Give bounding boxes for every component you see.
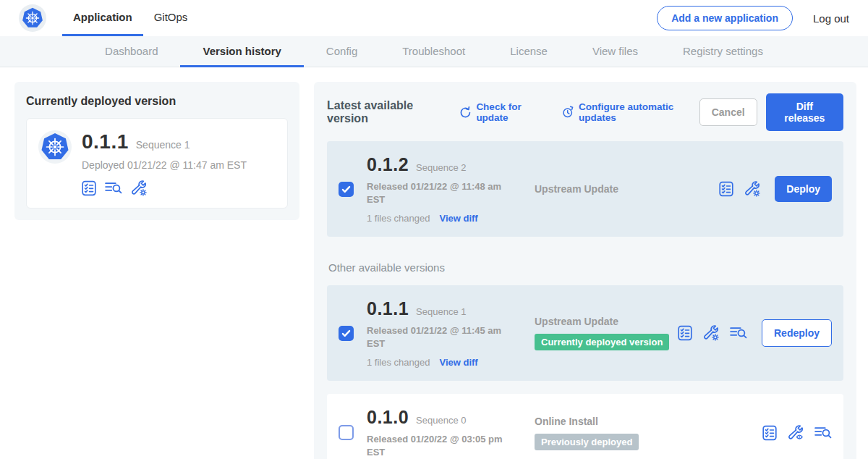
version-number: 0.1.2: [367, 154, 409, 175]
version-source: Upstream Update Currently deployed versi…: [529, 316, 678, 350]
subnav-item-view-files[interactable]: View files: [570, 36, 660, 67]
version-actions: [762, 425, 832, 441]
cancel-button[interactable]: Cancel: [699, 98, 757, 126]
version-row-0-1-0: 0.1.0 Sequence 0 Released 01/20/22 @ 03:…: [327, 394, 843, 459]
sequence-label: Sequence 2: [416, 162, 466, 173]
source-label: Online Install: [535, 416, 762, 427]
view-diff-link[interactable]: View diff: [439, 357, 477, 368]
deploy-logs-icon[interactable]: [105, 181, 122, 195]
version-row-0-1-1: 0.1.1 Sequence 1 Released 01/21/22 @ 11:…: [327, 285, 843, 381]
currently-deployed-badge: Currently deployed version: [535, 334, 669, 350]
deploy-logs-icon[interactable]: [814, 426, 832, 440]
tab-application-label: Application: [73, 11, 132, 23]
wrench-eye-icon[interactable]: [788, 425, 804, 441]
version-number: 0.1.1: [367, 298, 409, 319]
version-source: Online Install Previously deployed: [529, 416, 762, 450]
version-info: 0.1.2 Sequence 2 Released 01/21/22 @ 11:…: [367, 154, 529, 224]
kubernetes-logo-icon: [19, 4, 46, 32]
released-timestamp: Released 01/20/22 @ 03:05 pm EST: [367, 433, 511, 458]
top-nav-tabs: Application GitOps: [62, 0, 198, 36]
clock-update-icon: [561, 106, 574, 119]
sequence-label: Sequence 0: [416, 415, 466, 426]
source-label: Upstream Update: [535, 316, 678, 327]
subnav-item-dashboard[interactable]: Dashboard: [82, 36, 180, 67]
preflight-checklist-icon[interactable]: [719, 181, 733, 197]
redeploy-button[interactable]: Redeploy: [762, 319, 832, 347]
check-for-update-link[interactable]: Check for update: [459, 101, 547, 123]
main-content: Currently deployed version 0.1.1 Sequenc…: [0, 67, 868, 459]
app-kubernetes-logo-icon: [38, 130, 72, 164]
files-changed-label: 1 files changed: [367, 213, 430, 224]
version-checkbox[interactable]: [339, 425, 354, 440]
wrench-gear-icon[interactable]: [131, 180, 147, 196]
logout-button[interactable]: Log out: [813, 12, 849, 25]
files-changed-label: 1 files changed: [367, 357, 430, 368]
subnav-item-license[interactable]: License: [488, 36, 570, 67]
version-checkbox[interactable]: [339, 326, 354, 341]
add-new-application-button[interactable]: Add a new application: [657, 6, 793, 30]
preflight-checklist-icon[interactable]: [678, 325, 692, 341]
subnav-item-version-history[interactable]: Version history: [180, 36, 303, 67]
deployed-version-number: 0.1.1: [82, 130, 129, 153]
deployed-version-info: 0.1.1 Sequence 1 Deployed 01/21/22 @ 11:…: [82, 130, 247, 196]
row-gap: [327, 381, 843, 394]
diff-releases-button[interactable]: Diff releases: [766, 93, 843, 131]
latest-version-header: Latest available version Check for updat…: [327, 93, 843, 131]
subnav-item-config[interactable]: Config: [304, 36, 380, 67]
version-number: 0.1.0: [367, 407, 409, 428]
view-diff-link[interactable]: View diff: [439, 213, 477, 224]
version-checkbox[interactable]: [339, 182, 354, 197]
version-info: 0.1.0 Sequence 0 Released 01/20/22 @ 03:…: [367, 407, 529, 458]
tab-application[interactable]: Application: [62, 0, 143, 36]
preflight-checklist-icon[interactable]: [82, 180, 96, 196]
other-versions-title: Other available versions: [328, 261, 842, 274]
refresh-icon: [459, 106, 472, 119]
top-nav: Application GitOps Add a new application…: [0, 0, 868, 36]
latest-version-title: Latest available version: [327, 99, 445, 125]
version-history-panel: Latest available version Check for updat…: [314, 82, 856, 459]
subnav-item-registry-settings[interactable]: Registry settings: [660, 36, 786, 67]
released-timestamp: Released 01/21/22 @ 11:45 am EST: [367, 324, 511, 350]
deploy-logs-icon[interactable]: [730, 326, 747, 340]
app-sub-nav: Dashboard Version history Config Trouble…: [0, 36, 868, 67]
previously-deployed-badge: Previously deployed: [535, 434, 639, 450]
version-source: Upstream Update: [529, 183, 719, 195]
configure-updates-label: Configure automatic updates: [579, 101, 699, 123]
tab-gitops-label: GitOps: [154, 11, 188, 23]
version-actions: Deploy: [719, 176, 832, 202]
check-for-update-label: Check for update: [476, 101, 547, 123]
tab-gitops[interactable]: GitOps: [143, 0, 199, 36]
version-row-0-1-2: 0.1.2 Sequence 2 Released 01/21/22 @ 11:…: [327, 141, 843, 237]
released-timestamp: Released 01/21/22 @ 11:48 am EST: [367, 180, 511, 206]
deploy-button[interactable]: Deploy: [775, 176, 832, 202]
sequence-label: Sequence 1: [416, 306, 466, 317]
subnav-item-troubleshoot[interactable]: Troubleshoot: [380, 36, 488, 67]
wrench-gear-icon[interactable]: [744, 181, 760, 197]
deployed-timestamp: Deployed 01/21/22 @ 11:47 am EST: [82, 159, 247, 171]
source-label: Upstream Update: [535, 183, 719, 195]
wrench-gear-icon[interactable]: [703, 325, 719, 341]
currently-deployed-panel: Currently deployed version 0.1.1 Sequenc…: [14, 82, 299, 220]
version-actions: Redeploy: [678, 319, 832, 347]
currently-deployed-card: 0.1.1 Sequence 1 Deployed 01/21/22 @ 11:…: [26, 118, 288, 209]
currently-deployed-title: Currently deployed version: [26, 95, 288, 108]
preflight-checklist-icon[interactable]: [762, 425, 777, 441]
version-info: 0.1.1 Sequence 1 Released 01/21/22 @ 11:…: [367, 298, 529, 368]
deployed-sequence-label: Sequence 1: [136, 139, 190, 151]
configure-automatic-updates-link[interactable]: Configure automatic updates: [561, 101, 699, 123]
